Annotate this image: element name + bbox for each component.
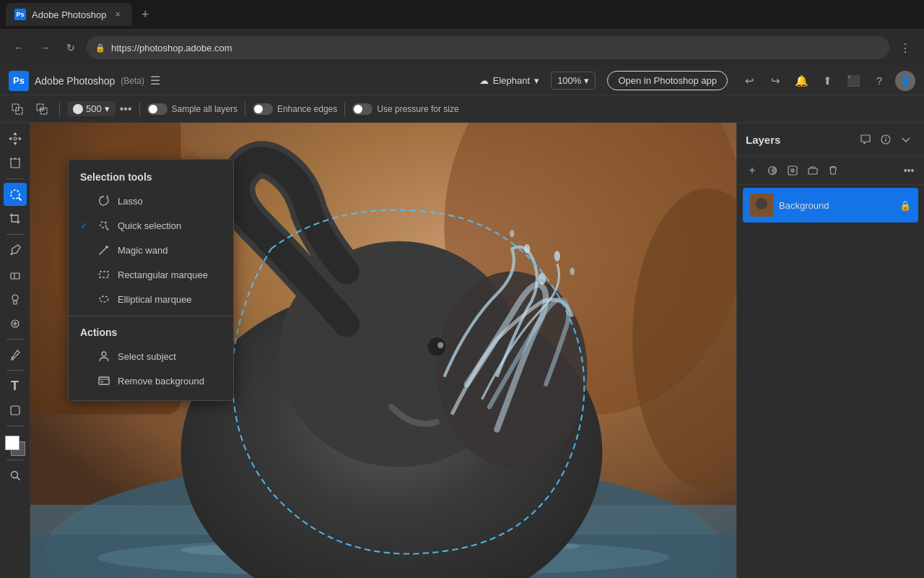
magic-wand-item[interactable]: Magic wand bbox=[69, 238, 233, 262]
clone-stamp-button[interactable] bbox=[4, 288, 27, 311]
select-subject-item[interactable]: Select subject bbox=[69, 344, 233, 368]
sample-all-layers-label: Sample all layers bbox=[172, 104, 237, 114]
refresh-button[interactable]: ↻ bbox=[61, 38, 81, 58]
share-button[interactable]: ⬆ bbox=[817, 71, 837, 91]
plugins-button[interactable]: ⬛ bbox=[843, 71, 863, 91]
quick-selection-check: ✓ bbox=[80, 220, 90, 231]
select-subject-label: Select subject bbox=[118, 351, 176, 362]
select-subject-icon bbox=[97, 350, 110, 363]
svg-point-59 bbox=[756, 198, 767, 210]
new-tab-button[interactable]: + bbox=[135, 4, 155, 25]
toolbar-separator-3 bbox=[245, 102, 245, 116]
zoom-value: 100% bbox=[557, 75, 581, 86]
notifications-button[interactable]: 🔔 bbox=[791, 71, 811, 91]
move-tool-button[interactable] bbox=[4, 127, 27, 150]
pressure-toggle-row: Use pressure for size bbox=[352, 103, 458, 115]
eyedropper-tool-button[interactable] bbox=[4, 343, 27, 366]
subtract-selection-button[interactable] bbox=[32, 99, 52, 119]
layer-thumbnail bbox=[750, 194, 773, 217]
svg-point-53 bbox=[885, 137, 886, 138]
app-logo: Ps bbox=[9, 71, 29, 91]
healing-brush-button[interactable] bbox=[4, 312, 27, 335]
cloud-document-button[interactable]: ☁ Elephant ▾ bbox=[474, 72, 545, 89]
secondary-toolbar: 500 ▾ ••• Sample all layers Enhance edge… bbox=[0, 95, 924, 123]
brush-size-control[interactable]: 500 ▾ bbox=[67, 101, 116, 116]
toolbar-separator bbox=[59, 102, 60, 116]
add-layer-button[interactable]: + bbox=[743, 161, 762, 180]
redo-button[interactable]: ↪ bbox=[765, 71, 785, 91]
undo-button[interactable]: ↩ bbox=[739, 71, 759, 91]
rect-marquee-icon bbox=[97, 268, 110, 281]
type-tool-button[interactable]: T bbox=[4, 374, 27, 397]
group-layer-button[interactable] bbox=[803, 161, 822, 180]
svg-point-10 bbox=[11, 190, 19, 199]
quick-selection-tool-button[interactable] bbox=[4, 183, 27, 206]
selection-tools-dropdown: Selection tools Lasso ✓ Quick selection bbox=[68, 159, 234, 401]
lasso-label: Lasso bbox=[118, 196, 143, 207]
zoom-tool-button[interactable] bbox=[4, 464, 27, 487]
actions-title: Actions bbox=[69, 321, 233, 344]
sample-all-layers-toggle[interactable] bbox=[147, 103, 167, 115]
tab-bar: Ps Adobe Photoshop × + bbox=[0, 0, 924, 29]
comments-button[interactable] bbox=[856, 130, 875, 149]
pressure-toggle[interactable] bbox=[352, 103, 372, 115]
tool-separator-3 bbox=[6, 339, 24, 340]
forward-button[interactable]: → bbox=[35, 38, 55, 58]
crop-tool-button[interactable] bbox=[4, 207, 27, 230]
tab-title: Adobe Photoshop bbox=[32, 9, 106, 20]
svg-point-37 bbox=[437, 342, 443, 348]
zoom-control[interactable]: 100% ▾ bbox=[551, 72, 596, 90]
enhance-edges-toggle-row: Enhance edges bbox=[253, 103, 337, 115]
adjustment-layer-button[interactable] bbox=[763, 161, 782, 180]
rect-marquee-item[interactable]: Rectangular marquee bbox=[69, 262, 233, 287]
subtract-selection-icon bbox=[36, 103, 48, 115]
brush-tool-button[interactable] bbox=[4, 238, 27, 262]
svg-point-40 bbox=[570, 267, 575, 275]
svg-point-13 bbox=[12, 295, 18, 301]
open-in-photoshop-button[interactable]: Open in Photoshop app bbox=[607, 71, 728, 90]
document-name: Elephant bbox=[493, 75, 530, 86]
remove-background-item[interactable]: Remove background bbox=[69, 368, 233, 393]
layer-thumb-inner bbox=[750, 194, 773, 217]
foreground-color-swatch[interactable] bbox=[5, 436, 19, 450]
quick-selection-item[interactable]: ✓ Quick selection bbox=[69, 213, 233, 238]
layers-more-button[interactable]: ••• bbox=[899, 161, 918, 180]
eraser-tool-button[interactable] bbox=[4, 263, 27, 286]
expand-panel-button[interactable] bbox=[897, 130, 915, 149]
rect-marquee-label: Rectangular marquee bbox=[118, 269, 208, 280]
svg-point-39 bbox=[554, 251, 560, 262]
enhance-edges-toggle[interactable] bbox=[253, 103, 273, 115]
svg-point-43 bbox=[100, 222, 106, 228]
svg-point-5 bbox=[14, 137, 17, 140]
lasso-tool-item[interactable]: Lasso bbox=[69, 189, 233, 213]
tab-close-button[interactable]: × bbox=[112, 9, 123, 20]
mask-button[interactable] bbox=[783, 161, 802, 180]
back-button[interactable]: ← bbox=[9, 38, 29, 58]
color-swatch[interactable] bbox=[5, 436, 25, 456]
shape-tool-button[interactable] bbox=[4, 399, 27, 422]
artboard-tool-button[interactable] bbox=[4, 152, 27, 175]
svg-point-56 bbox=[790, 168, 795, 173]
delete-layer-button[interactable] bbox=[824, 161, 842, 180]
chevron-down-icon: ▾ bbox=[534, 75, 539, 86]
hamburger-menu[interactable]: ☰ bbox=[150, 74, 160, 87]
panel-icons bbox=[856, 130, 915, 149]
tool-separator-6 bbox=[6, 460, 24, 460]
svg-rect-19 bbox=[11, 406, 19, 415]
svg-rect-6 bbox=[11, 159, 19, 168]
sample-all-layers-toggle-row: Sample all layers bbox=[147, 103, 237, 115]
svg-line-45 bbox=[100, 249, 105, 254]
ellip-marquee-icon bbox=[97, 293, 110, 306]
browser-menu-button[interactable]: ⋮ bbox=[895, 38, 915, 58]
address-bar[interactable]: 🔒 https://photoshop.adobe.com bbox=[87, 36, 889, 59]
lasso-icon bbox=[97, 194, 110, 207]
info-button[interactable] bbox=[876, 130, 895, 149]
toolbar-more-button[interactable]: ••• bbox=[120, 103, 132, 116]
background-layer-item[interactable]: Background 🔒 bbox=[743, 188, 918, 223]
help-button[interactable]: ? bbox=[869, 71, 889, 91]
add-selection-button[interactable] bbox=[7, 99, 27, 119]
browser-tab[interactable]: Ps Adobe Photoshop × bbox=[6, 3, 132, 26]
tool-separator-2 bbox=[6, 234, 24, 235]
user-avatar[interactable]: 👤 bbox=[895, 71, 915, 91]
ellip-marquee-item[interactable]: Elliptical marquee bbox=[69, 287, 233, 311]
